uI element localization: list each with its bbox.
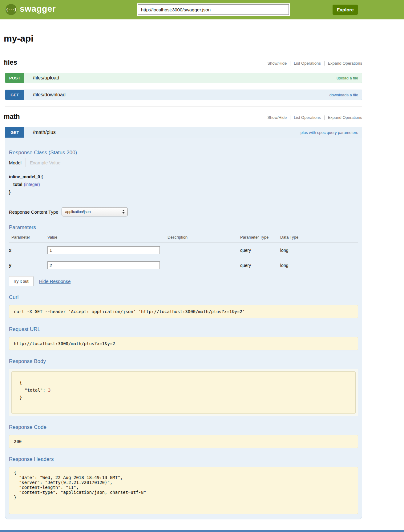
parameters-heading: Parameters (9, 224, 358, 231)
endpoint-path[interactable]: /files/upload (33, 75, 59, 81)
response-body-heading: Response Body (9, 358, 358, 365)
swagger-ui-page: {···} swagger Explore my-api files Show/… (0, 0, 404, 532)
show-hide-link[interactable]: Show/Hide (267, 115, 287, 120)
model-property-type: (integer) (24, 182, 40, 187)
response-class-heading: Response Class (Status 200) (9, 150, 358, 156)
list-operations-link[interactable]: List Operations (294, 115, 321, 120)
section-title-math: math (4, 113, 20, 121)
request-url-box: http://localhost:3000/math/plus?x=1&y=2 (9, 337, 358, 350)
param-x-input[interactable] (47, 246, 160, 254)
separator (290, 115, 290, 120)
model-name: inline_model_0 { (9, 173, 358, 181)
param-name: x (9, 243, 47, 258)
endpoint-path[interactable]: /files/download (33, 92, 66, 98)
separator (324, 115, 325, 120)
try-it-out-row: Try it out! Hide Response (9, 276, 358, 286)
method-badge-get: GET (5, 90, 24, 100)
endpoint-path[interactable]: /math/plus (33, 130, 56, 135)
param-name: y (9, 258, 47, 273)
response-content-type-select[interactable]: application/json (62, 207, 128, 216)
explore-button[interactable]: Explore (333, 5, 358, 15)
model-tabs: Model Example Value (9, 158, 358, 167)
param-data-type: long (280, 243, 358, 258)
response-headers-json: { "date": "Wed, 22 Aug 2018 18:49:13 GMT… (14, 470, 353, 500)
response-headers-box: { "date": "Wed, 22 Aug 2018 18:49:13 GMT… (9, 467, 358, 514)
list-operations-link[interactable]: List Operations (294, 61, 321, 66)
param-data-type: long (280, 258, 358, 273)
method-badge-post: POST (5, 73, 24, 83)
section-divider (5, 107, 362, 107)
show-hide-link[interactable]: Show/Hide (267, 61, 287, 66)
method-badge-get: GET (5, 127, 24, 138)
response-body-box: { "total": 3 } (11, 371, 356, 414)
response-body-wrapper: { "total": 3 } (9, 369, 358, 416)
param-y-input[interactable] (47, 261, 160, 269)
section-controls: Show/Hide List Operations Expand Operati… (267, 61, 362, 66)
request-url-heading: Request URL (9, 326, 358, 332)
endpoint-summary-link[interactable]: downloads a file (329, 93, 358, 97)
json-open-brace: { (19, 379, 348, 386)
header-bar: {···} swagger Explore (0, 0, 404, 19)
response-headers-heading: Response Headers (9, 456, 358, 462)
selected-content-type: application/json (65, 210, 91, 214)
col-header-parameter-type: Parameter Type (240, 232, 280, 243)
expand-operations-link[interactable]: Expand Operations (328, 61, 362, 66)
json-key: "total": (25, 388, 45, 393)
model-close-brace: } (9, 188, 358, 196)
try-it-out-button[interactable]: Try it out! (9, 276, 34, 286)
page-title: my-api (4, 33, 362, 44)
param-description (168, 258, 240, 273)
col-header-parameter: Parameter (9, 232, 47, 243)
footer-bar (0, 530, 404, 532)
model-property-name: total (13, 182, 22, 187)
response-content-type-row: Response Content Type application/json (9, 207, 358, 216)
expand-operations-link[interactable]: Expand Operations (328, 115, 362, 120)
response-content-type-label: Response Content Type (9, 209, 59, 215)
parameters-table: Parameter Value Description Parameter Ty… (9, 232, 358, 273)
param-type: query (240, 243, 280, 258)
response-code-heading: Response Code (9, 424, 358, 430)
col-header-description: Description (168, 232, 240, 243)
json-close-brace: } (19, 394, 348, 401)
main-content: my-api files Show/Hide List Operations E… (4, 19, 362, 532)
section-controls: Show/Hide List Operations Expand Operati… (267, 115, 362, 121)
model-signature: inline_model_0 { total(integer) } (9, 173, 358, 196)
separator (324, 61, 325, 66)
curl-command-box: curl -X GET --header 'Accept: applicatio… (9, 305, 358, 318)
response-code-box: 200 (9, 435, 358, 448)
brand-title: swagger (20, 4, 56, 14)
hide-response-link[interactable]: Hide Response (39, 279, 71, 284)
table-row-param-x: x query long (9, 243, 358, 258)
separator (26, 158, 26, 167)
endpoint-summary-link[interactable]: plus with spec query parameters (301, 130, 358, 135)
json-value: 3 (48, 388, 50, 393)
separator (290, 61, 290, 66)
parameters-header-row: Parameter Value Description Parameter Ty… (9, 232, 358, 243)
col-header-value: Value (47, 232, 168, 243)
tab-example-value[interactable]: Example Value (30, 160, 61, 165)
table-row-param-y: y query long (9, 258, 358, 273)
curl-heading: Curl (9, 294, 358, 300)
section-header-math: math Show/Hide List Operations Expand Op… (4, 113, 362, 121)
param-description (168, 243, 240, 258)
col-header-data-type: Data Type (280, 232, 358, 243)
section-title-files: files (4, 58, 17, 66)
endpoint-summary-link[interactable]: upload a file (337, 76, 358, 80)
param-type: query (240, 258, 280, 273)
updown-arrow-icon (122, 210, 125, 214)
endpoint-row-math-plus-get[interactable]: GET /math/plus plus with spec query para… (5, 127, 362, 138)
endpoint-row-files-upload[interactable]: POST /files/upload upload a file (5, 73, 362, 83)
tab-model[interactable]: Model (9, 160, 22, 165)
swagger-logo-icon: {···} (6, 4, 17, 15)
operation-detail: Response Class (Status 200) Model Exampl… (5, 150, 362, 519)
operation-panel-get-math-plus: GET /math/plus plus with spec query para… (5, 127, 362, 519)
endpoint-row-files-download[interactable]: GET /files/download downloads a file (5, 90, 362, 100)
section-header-files: files Show/Hide List Operations Expand O… (4, 58, 362, 66)
api-url-input[interactable] (138, 4, 289, 15)
